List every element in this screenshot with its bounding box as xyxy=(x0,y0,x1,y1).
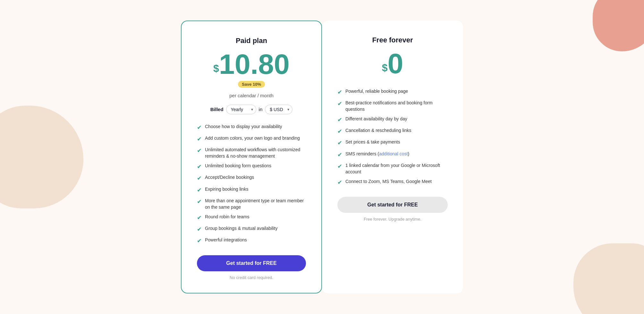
check-icon: ✔︎ xyxy=(337,116,342,124)
free-plan-card: Free forever $0 ✔︎ Powerful, reliable bo… xyxy=(322,21,463,294)
paid-price-display: $10.80 xyxy=(197,50,306,78)
free-cta-button[interactable]: Get started for FREE xyxy=(337,197,448,213)
check-icon: ✔︎ xyxy=(337,139,342,147)
billing-interval-select[interactable]: Monthly Yearly xyxy=(226,105,256,114)
paid-price-dollar: $ xyxy=(213,62,219,74)
paid-cta-button[interactable]: Get started for FREE xyxy=(197,255,306,271)
check-icon: ✔︎ xyxy=(337,178,342,187)
currency-select[interactable]: $ USD € EUR £ GBP xyxy=(265,105,292,114)
list-item: ✔︎ Different availability day by day xyxy=(337,116,448,124)
billing-in-label: in xyxy=(259,107,263,112)
list-item: ✔︎ Powerful integrations xyxy=(197,237,306,245)
free-plan-title: Free forever xyxy=(337,36,448,44)
billing-row: Billed Monthly Yearly in $ USD € EUR £ G… xyxy=(197,105,306,114)
list-item: ✔︎ Unlimited booking form questions xyxy=(197,162,306,171)
check-icon: ✔︎ xyxy=(197,174,202,182)
background-blob-right-bottom xyxy=(573,243,644,314)
price-period: per calendar / month xyxy=(197,93,306,98)
list-item: ✔︎ Group bookings & mutual availability xyxy=(197,225,306,233)
paid-cta-note: No credit card required. xyxy=(197,275,306,280)
paid-plan-title: Paid plan xyxy=(197,37,306,45)
paid-plan-card: Paid plan $10.80 Save 10% per calendar /… xyxy=(181,21,322,294)
free-cta-note: Free forever. Upgrade anytime. xyxy=(337,217,448,222)
check-icon: ✔︎ xyxy=(337,162,342,170)
billing-label: Billed xyxy=(210,107,224,112)
list-item: ✔︎ Connect to Zoom, MS Teams, Google Mee… xyxy=(337,178,448,187)
list-item: ✔︎ Cancellation & rescheduling links xyxy=(337,127,448,135)
free-price-display: $0 xyxy=(337,49,448,78)
check-icon: ✔︎ xyxy=(197,225,202,233)
list-item: ✔︎ Accept/Decline bookings xyxy=(197,174,306,182)
check-icon: ✔︎ xyxy=(197,162,202,171)
check-icon: ✔︎ xyxy=(197,146,202,155)
list-item: ✔︎ More than one appointment type or tea… xyxy=(197,197,306,211)
free-price-amount: 0 xyxy=(387,48,403,79)
list-item: ✔︎ Unlimited automated workflows with cu… xyxy=(197,146,306,160)
list-item: ✔︎ SMS reminders (additional cost) xyxy=(337,151,448,159)
list-item: ✔︎ Powerful, reliable booking page xyxy=(337,88,448,96)
check-icon: ✔︎ xyxy=(197,214,202,222)
check-icon: ✔︎ xyxy=(337,127,342,135)
background-blob-left xyxy=(0,106,83,208)
list-item: ✔︎ Best-practice notifications and booki… xyxy=(337,100,448,113)
check-icon: ✔︎ xyxy=(197,237,202,245)
check-icon: ✔︎ xyxy=(197,186,202,194)
check-icon: ✔︎ xyxy=(337,100,342,108)
paid-feature-list: ✔︎ Choose how to display your availabili… xyxy=(197,123,306,245)
check-icon: ✔︎ xyxy=(197,197,202,206)
list-item: ✔︎ Add custom colors, your own logo and … xyxy=(197,135,306,143)
check-icon: ✔︎ xyxy=(337,151,342,159)
currency-wrapper[interactable]: $ USD € EUR £ GBP xyxy=(265,105,292,114)
save-badge-row: Save 10% xyxy=(197,81,306,90)
free-feature-list: ✔︎ Powerful, reliable booking page ✔︎ Be… xyxy=(337,88,448,187)
additional-cost-link[interactable]: additional cost xyxy=(379,151,408,156)
list-item: ✔︎ Set prices & take payments xyxy=(337,139,448,147)
pricing-wrapper: Paid plan $10.80 Save 10% per calendar /… xyxy=(181,21,463,294)
check-icon: ✔︎ xyxy=(197,135,202,143)
list-item: ✔︎ Expiring booking links xyxy=(197,186,306,194)
save-badge: Save 10% xyxy=(238,81,265,88)
list-item: ✔︎ Choose how to display your availabili… xyxy=(197,123,306,132)
check-icon: ✔︎ xyxy=(197,123,202,132)
check-icon: ✔︎ xyxy=(337,88,342,96)
list-item: ✔︎ Round robin for teams xyxy=(197,214,306,222)
background-blob-right-top xyxy=(593,0,644,51)
free-price-dollar: $ xyxy=(382,62,388,73)
paid-price-amount: 10.80 xyxy=(219,48,290,80)
billing-interval-wrapper[interactable]: Monthly Yearly xyxy=(226,105,256,114)
list-item: ✔︎ 1 linked calendar from your Google or… xyxy=(337,162,448,175)
